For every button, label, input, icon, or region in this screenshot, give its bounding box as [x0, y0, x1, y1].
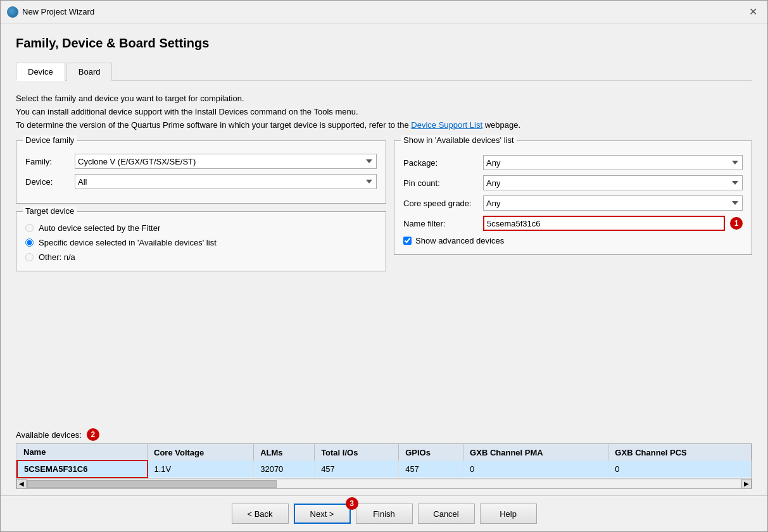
tab-board[interactable]: Board	[66, 63, 113, 81]
device-support-link[interactable]: Device Support List	[411, 120, 482, 130]
radio-specific-label: Specific device selected in 'Available d…	[39, 238, 217, 247]
col-alms: ALMs	[254, 444, 315, 461]
cell-gpios: 457	[399, 461, 463, 478]
family-row: Family: Cyclone V (E/GX/GT/SX/SE/ST)	[25, 154, 377, 169]
scroll-thumb[interactable]	[27, 480, 277, 488]
available-label-row: Available devices: 2	[16, 428, 752, 441]
show-advanced-row: Show advanced devices	[403, 236, 743, 245]
table-row[interactable]: 5CSEMA5F31C6 1.1V 32070 457 457 0 0	[17, 461, 752, 478]
family-select[interactable]: Cyclone V (E/GX/GT/SX/SE/ST)	[75, 154, 377, 169]
title-bar: New Project Wizard ✕	[1, 1, 767, 23]
main-window: New Project Wizard ✕ Family, Device & Bo…	[0, 0, 768, 532]
devices-table-container: Name Core Voltage ALMs Total I/Os GPIOs …	[16, 443, 752, 489]
tabs-container: Device Board	[16, 62, 752, 81]
radio-specific-input[interactable]	[25, 238, 34, 247]
name-filter-badge: 1	[730, 217, 743, 230]
tab-device[interactable]: Device	[16, 63, 65, 81]
desc-line2: You can install additional device suppor…	[16, 106, 752, 119]
horizontal-scrollbar[interactable]: ◀ ▶	[16, 478, 752, 488]
desc-line3-pre: To determine the version of the Quartus …	[16, 120, 411, 130]
finish-button[interactable]: Finish	[356, 504, 413, 524]
table-header-row: Name Core Voltage ALMs Total I/Os GPIOs …	[17, 444, 752, 461]
title-bar-left: New Project Wizard	[7, 6, 94, 18]
available-label-text: Available devices:	[16, 430, 82, 440]
name-filter-row: Name filter: 1	[403, 216, 743, 231]
cell-name: 5CSEMA5F31C6	[17, 461, 148, 478]
package-row: Package: Any	[403, 155, 743, 170]
radio-auto-label: Auto device selected by the Fitter	[39, 223, 160, 233]
desc-line3: To determine the version of the Quartus …	[16, 119, 752, 132]
radio-other-input[interactable]	[25, 253, 34, 261]
window-title: New Project Wizard	[22, 7, 94, 16]
name-filter-label: Name filter:	[403, 219, 479, 228]
core-speed-row: Core speed grade: Any	[403, 195, 743, 211]
devices-table: Name Core Voltage ALMs Total I/Os GPIOs …	[16, 444, 752, 478]
package-select[interactable]: Any	[483, 155, 743, 170]
radio-other-label: Other: n/a	[39, 252, 75, 262]
pin-count-select[interactable]: Any	[483, 175, 743, 190]
cell-alms: 32070	[254, 461, 315, 478]
radio-group: Auto device selected by the Fitter Speci…	[25, 223, 377, 262]
desc-line3-post: webpage.	[482, 120, 520, 130]
device-label: Device:	[25, 177, 70, 187]
scroll-track[interactable]	[27, 479, 741, 489]
next-badge: 3	[346, 497, 358, 510]
target-device-title: Target device	[23, 206, 77, 216]
help-button[interactable]: Help	[480, 504, 537, 524]
description-block: Select the family and device you want to…	[16, 92, 752, 132]
device-select[interactable]: All	[75, 174, 377, 189]
col-name: Name	[17, 444, 148, 461]
app-icon	[7, 6, 18, 18]
radio-specific[interactable]: Specific device selected in 'Available d…	[25, 238, 377, 247]
col-gxb-pma: GXB Channel PMA	[463, 444, 608, 461]
col-core-voltage: Core Voltage	[148, 444, 254, 461]
available-badge: 2	[87, 428, 99, 441]
cancel-button[interactable]: Cancel	[418, 504, 475, 524]
left-panel: Device family Family: Cyclone V (E/GX/GT…	[16, 140, 386, 417]
cell-core-voltage: 1.1V	[148, 461, 254, 478]
right-panel: Show in 'Available devices' list Package…	[394, 140, 752, 417]
cell-total-ios: 457	[315, 461, 399, 478]
show-advanced-label: Show advanced devices	[415, 236, 504, 245]
scroll-left-btn[interactable]: ◀	[16, 479, 27, 489]
col-total-ios: Total I/Os	[315, 444, 399, 461]
target-device-group: Target device Auto device selected by th…	[16, 211, 386, 271]
radio-auto[interactable]: Auto device selected by the Fitter	[25, 223, 377, 233]
col-gxb-pcs: GXB Channel PCS	[608, 444, 752, 461]
radio-other[interactable]: Other: n/a	[25, 252, 377, 262]
show-list-title: Show in 'Available devices' list	[401, 135, 517, 145]
next-button-container: Next > 3	[294, 504, 351, 524]
core-speed-select[interactable]: Any	[483, 195, 743, 211]
device-row: Device: All	[25, 174, 377, 189]
family-label: Family:	[25, 157, 70, 166]
available-devices-section: Available devices: 2 Name Core Voltage A…	[16, 428, 752, 489]
close-button[interactable]: ✕	[745, 4, 761, 19]
show-advanced-checkbox[interactable]	[403, 237, 412, 245]
back-button[interactable]: < Back	[232, 504, 289, 524]
radio-auto-input[interactable]	[25, 224, 34, 232]
desc-line1: Select the family and device you want to…	[16, 92, 752, 106]
next-button[interactable]: Next >	[294, 504, 351, 524]
device-family-group: Device family Family: Cyclone V (E/GX/GT…	[16, 140, 386, 204]
main-content: Device family Family: Cyclone V (E/GX/GT…	[16, 140, 752, 417]
col-gpios: GPIOs	[399, 444, 463, 461]
device-family-title: Device family	[23, 135, 77, 145]
footer: < Back Next > 3 Finish Cancel Help	[1, 495, 767, 531]
scroll-right-btn[interactable]: ▶	[741, 479, 752, 489]
cell-gxb-pma: 0	[463, 461, 608, 478]
name-filter-input[interactable]	[483, 216, 725, 231]
core-speed-label: Core speed grade:	[403, 199, 479, 208]
pin-count-label: Pin count:	[403, 178, 479, 188]
pin-count-row: Pin count: Any	[403, 175, 743, 190]
page-title: Family, Device & Board Settings	[16, 36, 752, 51]
cell-gxb-pcs: 0	[608, 461, 752, 478]
show-list-group: Show in 'Available devices' list Package…	[394, 140, 752, 255]
window-content: Family, Device & Board Settings Device B…	[1, 23, 767, 495]
package-label: Package:	[403, 158, 479, 168]
